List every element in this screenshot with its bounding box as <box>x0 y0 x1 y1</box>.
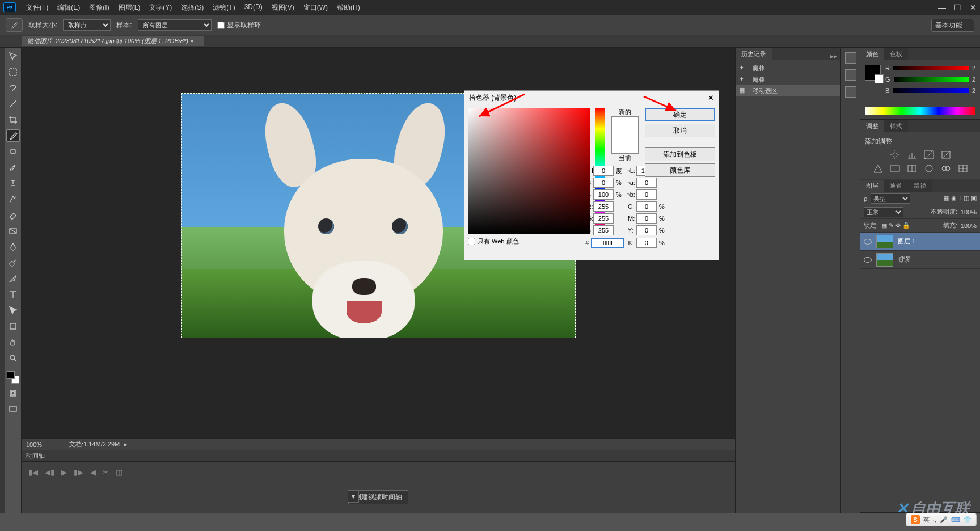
red-slider[interactable] <box>893 66 969 70</box>
visibility-icon[interactable] <box>864 257 872 263</box>
mini-panel-icon[interactable] <box>845 86 856 98</box>
g-input[interactable] <box>593 213 614 224</box>
create-video-button-group[interactable]: 创建视频时间轴 ▾ <box>348 490 408 504</box>
eraser-tool[interactable] <box>6 209 20 221</box>
menu-file[interactable]: 文件(F) <box>22 3 53 12</box>
tool-preset-icon[interactable] <box>6 18 23 32</box>
brush-tool[interactable] <box>6 161 20 174</box>
maximize-button[interactable]: ☐ <box>954 3 961 12</box>
color-swatches[interactable] <box>7 371 19 384</box>
eyedropper-tool[interactable] <box>6 129 20 142</box>
exposure-icon[interactable] <box>940 150 952 160</box>
ime-bar[interactable]: S 英 ·, 🎤 ⌨ 👕 <box>906 513 977 526</box>
channel-mixer-icon[interactable] <box>940 163 952 174</box>
ime-skin-icon[interactable]: 👕 <box>964 516 971 524</box>
menu-select[interactable]: 选择(S) <box>176 3 208 12</box>
zoom-tool[interactable] <box>6 352 20 364</box>
screen-mode-tool[interactable] <box>6 403 20 415</box>
timeline-last[interactable]: ◀ <box>90 468 96 477</box>
hue-icon[interactable] <box>889 163 901 174</box>
levels-icon[interactable] <box>906 150 918 160</box>
menu-help[interactable]: 帮助(H) <box>332 3 365 12</box>
green-slider[interactable] <box>894 77 969 82</box>
hand-tool[interactable] <box>6 336 20 348</box>
hue-strip[interactable] <box>865 107 975 115</box>
marquee-tool[interactable] <box>6 66 20 78</box>
blend-mode-select[interactable]: 正常 <box>864 207 903 217</box>
ime-keyboard-icon[interactable]: ⌨ <box>951 516 960 524</box>
color-picker-dialog[interactable]: 拾色器 (背景色) ✕ 只有 Web 颜色 新的 当前 ◉H:度 ○L: ○S:… <box>464 90 719 260</box>
menu-3d[interactable]: 3D(D) <box>240 3 267 12</box>
color-field[interactable] <box>468 108 590 234</box>
mini-panel-icon[interactable] <box>845 69 856 81</box>
curves-icon[interactable] <box>923 150 935 160</box>
menu-edit[interactable]: 编辑(E) <box>53 3 85 12</box>
color-tab[interactable]: 颜色 <box>860 48 884 60</box>
hex-input[interactable] <box>591 238 624 248</box>
h-input[interactable] <box>593 166 614 176</box>
menu-window[interactable]: 窗口(W) <box>299 3 332 12</box>
ime-mic-icon[interactable]: 🎤 <box>940 516 948 524</box>
swatches-tab[interactable]: 色板 <box>884 48 908 60</box>
channels-tab[interactable]: 通道 <box>884 180 908 192</box>
crop-tool[interactable] <box>6 113 20 126</box>
dodge-tool[interactable] <box>6 256 20 269</box>
color-picker-title[interactable]: 拾色器 (背景色) ✕ <box>464 91 719 104</box>
shape-tool[interactable] <box>6 320 20 332</box>
lasso-tool[interactable] <box>6 82 20 94</box>
history-brush-tool[interactable] <box>6 193 20 205</box>
pen-tool[interactable] <box>6 272 20 285</box>
ime-punct-icon[interactable]: ·, <box>933 516 936 523</box>
close-icon[interactable]: ✕ <box>708 94 714 102</box>
menu-text[interactable]: 文字(Y) <box>145 3 176 12</box>
show-ring-checkbox[interactable] <box>217 22 225 29</box>
fg-swatch[interactable] <box>7 371 15 379</box>
bw-icon[interactable] <box>906 163 918 174</box>
s-input[interactable] <box>593 178 614 188</box>
paths-tab[interactable]: 路径 <box>908 180 932 192</box>
web-only-check[interactable]: 只有 Web 颜色 <box>468 237 590 246</box>
history-item[interactable]: ▦移动选区 <box>736 85 840 96</box>
r-input[interactable] <box>593 201 614 212</box>
move-tool[interactable] <box>6 50 20 62</box>
history-item[interactable]: ✦魔棒 <box>736 62 840 74</box>
document-tab[interactable]: 微信图片_20230317105217.jpg @ 100% (图层 1, RG… <box>22 36 204 46</box>
minimize-button[interactable]: — <box>938 3 945 12</box>
wand-tool[interactable] <box>6 98 20 110</box>
adjustments-tab[interactable]: 调整 <box>860 120 884 132</box>
vibrance-icon[interactable] <box>872 163 884 174</box>
timeline-cut[interactable]: ✂ <box>103 468 109 477</box>
timeline-play[interactable]: ▶ <box>61 468 67 477</box>
doc-info-arrow[interactable]: ▸ <box>124 441 128 448</box>
cancel-button[interactable]: 取消 <box>645 124 715 137</box>
mini-panel-icon[interactable] <box>845 52 856 64</box>
menu-image[interactable]: 图像(I) <box>85 3 113 12</box>
timeline-tab[interactable]: 时间轴 <box>22 450 735 462</box>
fg-bg-color-swatch[interactable] <box>865 65 881 81</box>
timeline-first[interactable]: ▮◀ <box>28 468 38 477</box>
quick-mask-tool[interactable] <box>6 387 20 399</box>
styles-tab[interactable]: 样式 <box>884 120 908 132</box>
heal-tool[interactable] <box>6 145 20 158</box>
create-video-label[interactable]: 创建视频时间轴 <box>348 490 408 504</box>
menu-layer[interactable]: 图层(L) <box>114 3 145 12</box>
workspace-switcher[interactable]: 基本功能 <box>931 19 974 32</box>
layers-tab[interactable]: 图层 <box>860 180 884 192</box>
menu-filter[interactable]: 滤镜(T) <box>208 3 239 12</box>
sample-select[interactable]: 所有图层 <box>138 19 212 31</box>
b3-input[interactable] <box>593 225 614 235</box>
ok-button[interactable]: 确定 <box>645 108 715 121</box>
history-item[interactable]: ✦魔棒 <box>736 74 840 85</box>
sample-size-select[interactable]: 取样点 <box>63 19 111 31</box>
lookup-icon[interactable] <box>957 163 969 174</box>
visibility-icon[interactable] <box>864 239 872 245</box>
timeline-prev[interactable]: ◀▮ <box>45 468 54 477</box>
blur-tool[interactable] <box>6 241 20 253</box>
close-button[interactable]: ✕ <box>970 3 977 12</box>
timeline-transition[interactable]: ◫ <box>116 468 122 477</box>
brightness-icon[interactable] <box>889 150 901 160</box>
type-tool[interactable] <box>6 288 20 301</box>
layer-type-filter[interactable]: 类型 <box>871 193 910 204</box>
gradient-tool[interactable] <box>6 225 20 237</box>
menu-view[interactable]: 视图(V) <box>267 3 299 12</box>
